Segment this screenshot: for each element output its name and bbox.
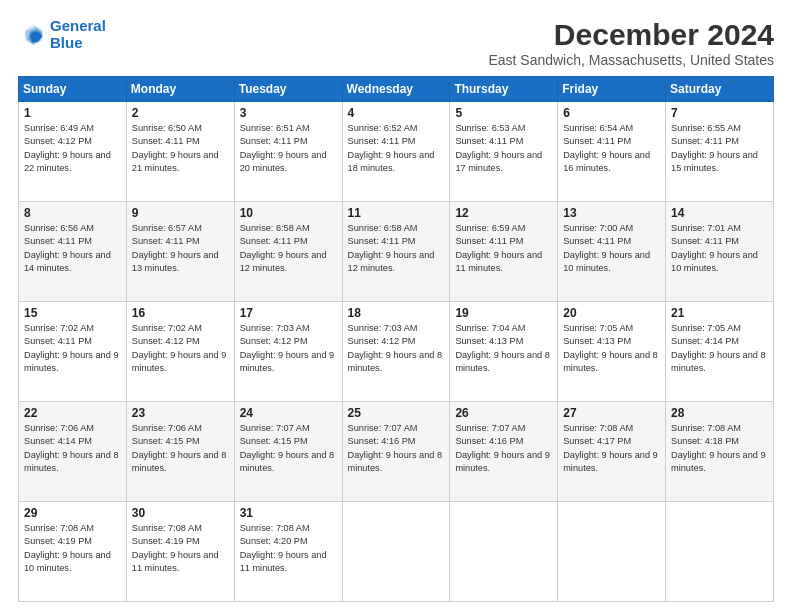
table-row: 18Sunrise: 7:03 AMSunset: 4:12 PMDayligh… <box>342 302 450 402</box>
table-row: 1Sunrise: 6:49 AMSunset: 4:12 PMDaylight… <box>19 102 127 202</box>
table-row: 14Sunrise: 7:01 AMSunset: 4:11 PMDayligh… <box>666 202 774 302</box>
col-wednesday: Wednesday <box>342 77 450 102</box>
table-row: 28Sunrise: 7:08 AMSunset: 4:18 PMDayligh… <box>666 402 774 502</box>
table-row: 31Sunrise: 7:08 AMSunset: 4:20 PMDayligh… <box>234 502 342 602</box>
table-row: 26Sunrise: 7:07 AMSunset: 4:16 PMDayligh… <box>450 402 558 502</box>
table-row: 8Sunrise: 6:56 AMSunset: 4:11 PMDaylight… <box>19 202 127 302</box>
table-row: 9Sunrise: 6:57 AMSunset: 4:11 PMDaylight… <box>126 202 234 302</box>
col-saturday: Saturday <box>666 77 774 102</box>
col-friday: Friday <box>558 77 666 102</box>
table-row: 3Sunrise: 6:51 AMSunset: 4:11 PMDaylight… <box>234 102 342 202</box>
title-block: December 2024 East Sandwich, Massachuset… <box>488 18 774 68</box>
table-row: 30Sunrise: 7:08 AMSunset: 4:19 PMDayligh… <box>126 502 234 602</box>
table-row <box>342 502 450 602</box>
table-row: 23Sunrise: 7:06 AMSunset: 4:15 PMDayligh… <box>126 402 234 502</box>
logo-line1: General <box>50 17 106 34</box>
table-row: 19Sunrise: 7:04 AMSunset: 4:13 PMDayligh… <box>450 302 558 402</box>
table-row: 21Sunrise: 7:05 AMSunset: 4:14 PMDayligh… <box>666 302 774 402</box>
table-row <box>666 502 774 602</box>
table-row: 5Sunrise: 6:53 AMSunset: 4:11 PMDaylight… <box>450 102 558 202</box>
table-row: 22Sunrise: 7:06 AMSunset: 4:14 PMDayligh… <box>19 402 127 502</box>
logo-text: General Blue <box>50 18 106 51</box>
table-row: 15Sunrise: 7:02 AMSunset: 4:11 PMDayligh… <box>19 302 127 402</box>
col-tuesday: Tuesday <box>234 77 342 102</box>
table-row: 7Sunrise: 6:55 AMSunset: 4:11 PMDaylight… <box>666 102 774 202</box>
main-title: December 2024 <box>488 18 774 52</box>
calendar-header-row: Sunday Monday Tuesday Wednesday Thursday… <box>19 77 774 102</box>
logo-icon <box>18 21 46 49</box>
table-row: 4Sunrise: 6:52 AMSunset: 4:11 PMDaylight… <box>342 102 450 202</box>
table-row <box>450 502 558 602</box>
table-row: 11Sunrise: 6:58 AMSunset: 4:11 PMDayligh… <box>342 202 450 302</box>
table-row: 2Sunrise: 6:50 AMSunset: 4:11 PMDaylight… <box>126 102 234 202</box>
table-row: 27Sunrise: 7:08 AMSunset: 4:17 PMDayligh… <box>558 402 666 502</box>
table-row: 10Sunrise: 6:58 AMSunset: 4:11 PMDayligh… <box>234 202 342 302</box>
logo: General Blue <box>18 18 106 51</box>
page: General Blue December 2024 East Sandwich… <box>0 0 792 612</box>
table-row: 13Sunrise: 7:00 AMSunset: 4:11 PMDayligh… <box>558 202 666 302</box>
col-thursday: Thursday <box>450 77 558 102</box>
col-monday: Monday <box>126 77 234 102</box>
subtitle: East Sandwich, Massachusetts, United Sta… <box>488 52 774 68</box>
header: General Blue December 2024 East Sandwich… <box>18 18 774 68</box>
table-row: 17Sunrise: 7:03 AMSunset: 4:12 PMDayligh… <box>234 302 342 402</box>
calendar-table: Sunday Monday Tuesday Wednesday Thursday… <box>18 76 774 602</box>
table-row: 6Sunrise: 6:54 AMSunset: 4:11 PMDaylight… <box>558 102 666 202</box>
table-row: 12Sunrise: 6:59 AMSunset: 4:11 PMDayligh… <box>450 202 558 302</box>
logo-line2: Blue <box>50 34 83 51</box>
table-row <box>558 502 666 602</box>
table-row: 25Sunrise: 7:07 AMSunset: 4:16 PMDayligh… <box>342 402 450 502</box>
table-row: 29Sunrise: 7:08 AMSunset: 4:19 PMDayligh… <box>19 502 127 602</box>
table-row: 16Sunrise: 7:02 AMSunset: 4:12 PMDayligh… <box>126 302 234 402</box>
col-sunday: Sunday <box>19 77 127 102</box>
table-row: 20Sunrise: 7:05 AMSunset: 4:13 PMDayligh… <box>558 302 666 402</box>
table-row: 24Sunrise: 7:07 AMSunset: 4:15 PMDayligh… <box>234 402 342 502</box>
